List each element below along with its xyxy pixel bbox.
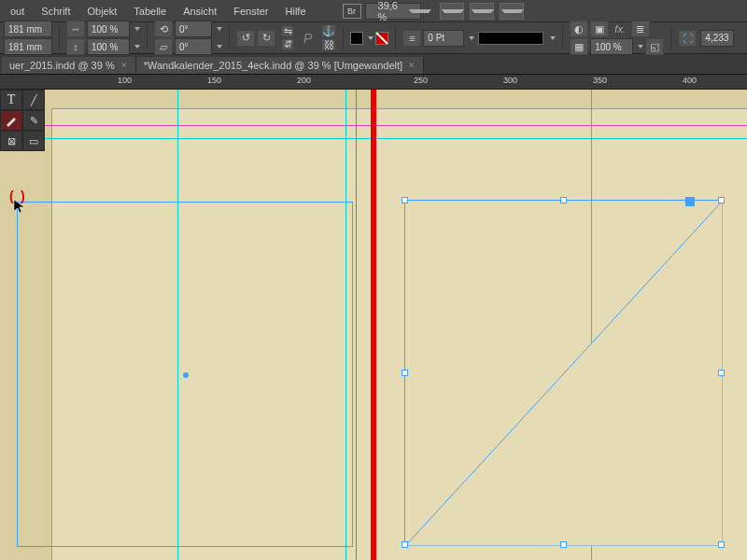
handle-ne[interactable] <box>718 197 725 203</box>
handle-w[interactable] <box>402 370 408 376</box>
flip-h-icon[interactable]: ⇋ <box>281 25 294 37</box>
handle-s[interactable] <box>560 541 567 548</box>
tab-2[interactable]: *Wandkalender_2015_4eck.indd @ 39 % [Umg… <box>136 57 424 74</box>
view-mode-3[interactable] <box>500 3 524 20</box>
wrap-icon[interactable]: ▦ <box>570 38 588 55</box>
stroke-style[interactable] <box>478 32 543 45</box>
menu-layout[interactable]: out <box>2 6 33 17</box>
handle-se[interactable] <box>718 541 725 548</box>
fx-icon[interactable]: fx. <box>611 23 629 35</box>
view-mode-2[interactable] <box>470 3 494 20</box>
stroke-weight-icon: ≡ <box>402 30 421 47</box>
pen-tool[interactable] <box>0 110 22 131</box>
shear-field[interactable]: 0° <box>175 38 212 55</box>
dropshadow-icon[interactable]: ▣ <box>590 21 609 37</box>
view-mode-1[interactable] <box>440 3 464 20</box>
guide[interactable] <box>376 138 747 139</box>
rectangle-tool[interactable]: ▭ <box>22 131 45 151</box>
fill-swatch[interactable] <box>350 32 363 45</box>
chain-icon[interactable]: ⛓ <box>321 38 336 51</box>
menu-hilfe[interactable]: Hilfe <box>277 6 315 17</box>
align-icon[interactable]: ≣ <box>631 21 650 37</box>
scale-w-icon: ↔ <box>66 21 85 37</box>
rotate-field[interactable]: 0° <box>175 21 212 37</box>
flip-v-icon[interactable]: ⇵ <box>281 38 294 50</box>
center-handle[interactable] <box>183 372 189 378</box>
handle-n[interactable] <box>560 197 567 203</box>
stroke-weight-field[interactable]: 0 Pt <box>423 30 464 47</box>
line-tool[interactable]: ╱ <box>22 90 45 110</box>
menu-objekt[interactable]: Objekt <box>78 6 125 17</box>
pencil-tool[interactable]: ✎ <box>22 110 45 131</box>
tab-1[interactable]: uer_2015.indd @ 39 %✕ <box>2 57 136 74</box>
selected-object[interactable] <box>404 200 722 545</box>
corner-icon[interactable]: ◱ <box>645 38 664 55</box>
type-tool[interactable]: T <box>0 90 22 110</box>
right-pane[interactable] <box>376 90 747 560</box>
menu-ansicht[interactable]: Ansicht <box>175 6 225 17</box>
handle-sw[interactable] <box>402 541 408 548</box>
transform-icon[interactable]: ⛶ <box>678 30 697 47</box>
handle-anchor[interactable] <box>685 197 695 206</box>
toolbox: T ╱ ✎ ⊠ ▭ <box>0 90 45 151</box>
menu-tabelle[interactable]: Tabelle <box>125 6 175 17</box>
opacity-field[interactable]: 100 % <box>590 38 633 55</box>
horizontal-ruler[interactable]: 100 150 200 250 300 350 400 <box>0 75 747 90</box>
close-icon[interactable]: ✕ <box>120 61 128 70</box>
frame-tool[interactable]: ⊠ <box>0 131 22 151</box>
paragraph-icon: P <box>303 31 312 46</box>
rotate-icon: ⟲ <box>154 21 173 37</box>
shear-icon: ▱ <box>154 38 173 55</box>
coord-field[interactable]: 4,233 <box>700 30 734 47</box>
selection-frame[interactable] <box>17 202 353 547</box>
guide[interactable] <box>356 90 357 560</box>
menu-fenster[interactable]: Fenster <box>225 6 276 17</box>
bridge-icon[interactable]: Br <box>343 4 361 19</box>
guide[interactable] <box>376 125 747 126</box>
close-icon[interactable]: ✕ <box>408 61 416 70</box>
left-pane[interactable]: T ╱ ✎ ⊠ ▭ ( ) <box>0 90 371 560</box>
scale-h-field[interactable]: 100 % <box>87 38 130 55</box>
rotate-ccw-icon[interactable]: ↺ <box>236 30 255 47</box>
effects-icon[interactable]: ◐ <box>570 21 588 37</box>
pen-cursor-indicator: ( ) <box>9 284 28 302</box>
guide[interactable] <box>0 125 371 126</box>
y-field[interactable]: 181 mm <box>4 38 52 55</box>
menu-schrift[interactable]: Schrift <box>33 6 78 17</box>
handle-nw[interactable] <box>402 197 408 203</box>
x-field[interactable]: 181 mm <box>4 21 52 37</box>
rotate-cw-icon[interactable]: ↻ <box>257 30 275 47</box>
zoom-field[interactable]: 39,6 % <box>365 3 421 20</box>
document-tabs: uer_2015.indd @ 39 %✕ *Wandkalender_2015… <box>0 54 747 75</box>
stroke-swatch[interactable] <box>375 32 388 45</box>
scale-w-field[interactable]: 100 % <box>87 21 130 37</box>
control-bar: 181 mm 181 mm ↔100 % ↕100 % ⟲0° ▱0° ↺ ↻ … <box>0 22 747 54</box>
scale-h-icon: ↕ <box>66 38 85 55</box>
anchor-icon[interactable]: ⚓ <box>321 24 336 37</box>
handle-e[interactable] <box>718 370 725 376</box>
guide[interactable] <box>0 138 371 139</box>
menu-bar: out Schrift Objekt Tabelle Ansicht Fenst… <box>0 0 747 22</box>
workspace: T ╱ ✎ ⊠ ▭ ( ) <box>0 90 747 560</box>
